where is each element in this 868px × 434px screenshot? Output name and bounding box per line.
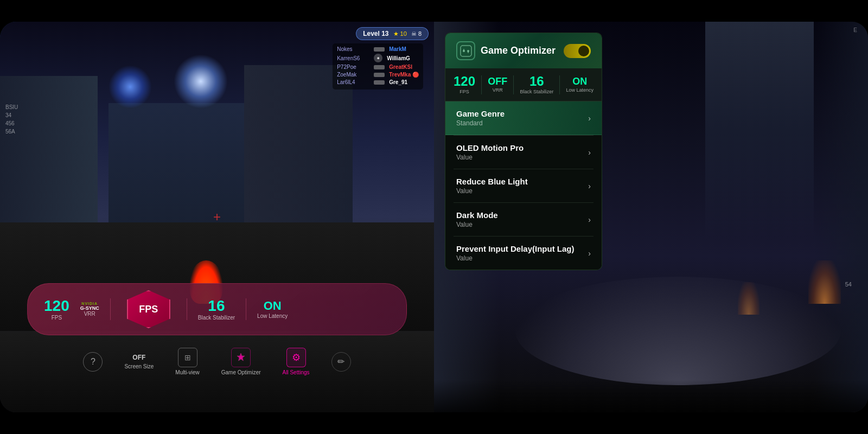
- star-icon: ★ 10: [393, 30, 407, 37]
- menu-item-dark-mode[interactable]: Dark Mode Value ›: [445, 203, 602, 236]
- nvidia-gsync: NVIDIA G-SYNC VRR: [80, 302, 99, 317]
- opt-black-stab-value: 16: [529, 75, 544, 88]
- blue-light-title: Reduce Blue Light: [456, 177, 528, 186]
- player-name-5: Lar6lL4: [337, 79, 369, 85]
- help-button[interactable]: ?: [83, 352, 103, 372]
- svg-rect-4: [463, 49, 464, 51]
- low-latency-label: Low Latency: [257, 313, 288, 319]
- torch-light-2: [738, 282, 760, 315]
- toggle-knob: [578, 46, 589, 56]
- opt-vrr-label: VRR: [493, 87, 503, 93]
- level-text: Level 13: [363, 30, 388, 37]
- opt-vrr-value: OFF: [488, 76, 507, 86]
- divider-2: [187, 298, 187, 320]
- scoreboard: Nokes MarkM KarrenS6 ● WilliamG P72Poe G…: [333, 43, 423, 90]
- player-alias-1: MarkM: [389, 46, 406, 52]
- input-lag-title: Prevent Input Delay(Input Lag): [456, 244, 575, 253]
- opt-divider-1: [481, 75, 482, 94]
- player-name-2: KarrenS6: [337, 55, 369, 61]
- svg-point-0: [239, 356, 242, 359]
- low-latency-stat: ON Low Latency: [257, 300, 288, 319]
- optimizer-header: Game Optimizer: [445, 33, 602, 68]
- weapon-icon-1: [374, 47, 385, 52]
- optimizer-title-area: Game Optimizer: [456, 41, 556, 60]
- fps-stat: 120 FPS: [44, 298, 69, 321]
- divider-3: [246, 298, 246, 320]
- optimizer-icon: [231, 348, 251, 367]
- opt-vrr: OFF VRR: [488, 76, 507, 93]
- opt-fps-label: FPS: [459, 89, 469, 94]
- optimizer-panel: 🎮 ❄ 🔊: [445, 33, 602, 270]
- input-lag-text: Prevent Input Delay(Input Lag) Value: [456, 244, 575, 262]
- all-settings-item[interactable]: ⚙ All Settings: [283, 348, 310, 375]
- optimizer-header-icon: [456, 41, 475, 60]
- optimizer-stats-row: 120 FPS OFF VRR 16 Black Stabilizer: [445, 68, 602, 101]
- left-screen: Level 13 ★ 10 ☠ 8 Nokes MarkM KarrenS6 ●…: [0, 22, 434, 412]
- input-lag-arrow: ›: [588, 249, 591, 258]
- divider-1: [110, 298, 111, 320]
- stone-circle: [515, 277, 841, 385]
- nvidia-text: NVIDIA: [81, 302, 98, 305]
- level-badge: Level 13 ★ 10 ☠ 8: [356, 27, 429, 40]
- optimizer-panel-title: Game Optimizer: [481, 45, 556, 56]
- bottom-icons-bar: ? OFF Screen Size ⊞ Multi-view: [27, 343, 407, 380]
- opt-divider-2: [513, 75, 514, 94]
- menu-item-oled[interactable]: OLED Motion Pro Value ›: [445, 136, 602, 169]
- svg-rect-5: [468, 51, 469, 53]
- svg-rect-1: [461, 46, 471, 56]
- stats-bar: 120 FPS NVIDIA G-SYNC VRR FPS: [27, 283, 407, 335]
- bsiu-stats: 3445656A: [5, 111, 18, 136]
- game-genre-title: Game Genre: [456, 109, 505, 118]
- score-counter: 54: [845, 281, 852, 288]
- gsync-text: G-SYNC: [80, 305, 99, 311]
- opt-black-stab: 16 Black Stabilizer: [520, 75, 554, 94]
- player-alias-5: Gre_91: [389, 79, 407, 85]
- fps-badge: FPS: [127, 290, 170, 328]
- screen-size-item: OFF Screen Size: [124, 354, 154, 369]
- bottom-overlay: [434, 380, 868, 412]
- fps-value: 120: [44, 298, 69, 314]
- oled-value: Value: [456, 154, 524, 161]
- dark-mode-text: Dark Mode Value: [456, 210, 498, 228]
- player-alias-4: TrevMka 🔴: [389, 72, 419, 78]
- settings-label: All Settings: [283, 369, 310, 375]
- right-screen: E 54 🎮 ❄ 🔊: [434, 22, 868, 412]
- menu-item-game-genre[interactable]: Game Genre Standard ›: [445, 101, 602, 135]
- fps-badge-text: FPS: [139, 304, 158, 315]
- dark-mode-title: Dark Mode: [456, 210, 498, 220]
- black-stab-label: Black Stabilizer: [198, 315, 235, 321]
- opt-fps-value: 120: [454, 75, 475, 88]
- score-row-5: Lar6lL4 Gre_91: [337, 79, 419, 85]
- oled-arrow: ›: [588, 148, 591, 157]
- blue-light-text: Reduce Blue Light Value: [456, 177, 528, 195]
- menu-item-input-lag[interactable]: Prevent Input Delay(Input Lag) Value ›: [445, 237, 602, 270]
- game-genre-text: Game Genre Standard: [456, 109, 505, 127]
- weapon-icon-5: [374, 80, 385, 85]
- screen-size-off: OFF: [132, 354, 145, 361]
- multiview-item[interactable]: ⊞ Multi-view: [175, 348, 199, 375]
- hud-top: Level 13 ★ 10 ☠ 8: [0, 27, 434, 40]
- score-row-3: P72Poe GreatKSI: [337, 64, 419, 70]
- blue-light-arrow: ›: [588, 182, 591, 190]
- player-alias-3: GreatKSI: [389, 64, 412, 70]
- oled-title: OLED Motion Pro: [456, 143, 524, 152]
- fps-label: FPS: [52, 315, 62, 321]
- multiview-label: Multi-view: [175, 369, 199, 375]
- menu-item-blue-light[interactable]: Reduce Blue Light Value ›: [445, 169, 602, 202]
- black-stab-stat: 16 Black Stabilizer: [198, 298, 235, 321]
- opt-fps: 120 FPS: [454, 75, 475, 94]
- game-optimizer-item[interactable]: Game Optimizer: [221, 348, 261, 375]
- opt-black-stab-label: Black Stabilizer: [520, 89, 554, 94]
- player-name-3: P72Poe: [337, 64, 369, 70]
- bottom-hud: 120 FPS NVIDIA G-SYNC VRR FPS: [27, 283, 407, 380]
- optimizer-toggle[interactable]: [564, 44, 591, 58]
- screen-size-label: Screen Size: [124, 363, 154, 369]
- player-icon-2: ●: [374, 54, 382, 62]
- multiview-icon: ⊞: [178, 348, 197, 367]
- settings-icon: ⚙: [286, 348, 306, 367]
- score-value: 54: [845, 281, 852, 288]
- weapon-icon-4: [374, 73, 385, 77]
- optimizer-label: Game Optimizer: [221, 369, 261, 375]
- input-lag-value: Value: [456, 254, 575, 262]
- edit-button[interactable]: ✏: [331, 352, 351, 372]
